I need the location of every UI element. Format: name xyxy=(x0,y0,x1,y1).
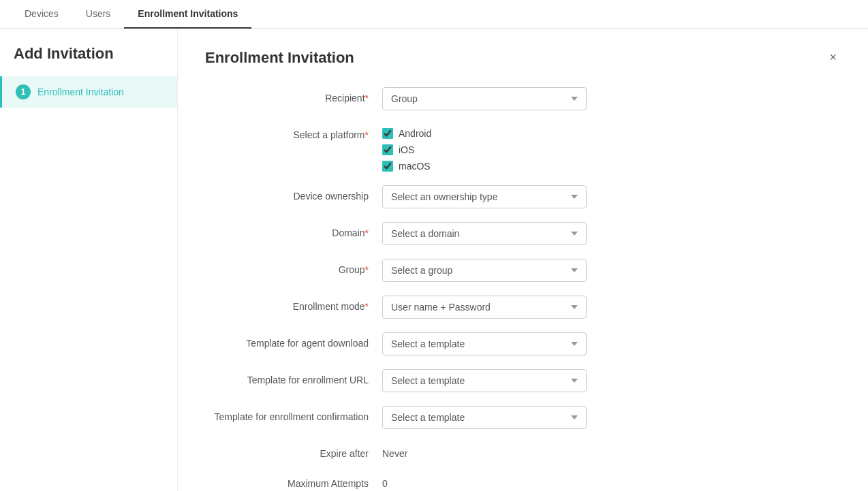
macos-label: macOS xyxy=(399,161,431,172)
ios-label: iOS xyxy=(399,144,414,155)
tab-users[interactable]: Users xyxy=(72,0,125,29)
template-confirmation-control: Select a template xyxy=(382,406,587,429)
template-agent-select[interactable]: Select a template xyxy=(382,332,587,355)
recipient-required: * xyxy=(365,93,369,104)
sidebar: Add Invitation 1 Enrollment Invitation xyxy=(0,29,178,491)
enrollment-mode-control: User name + Password Certificate xyxy=(382,296,587,319)
android-label: Android xyxy=(399,128,431,139)
domain-row: Domain* Select a domain xyxy=(205,222,841,245)
page-title: Enrollment Invitation xyxy=(205,49,354,67)
device-ownership-row: Device ownership Select an ownership typ… xyxy=(205,185,841,208)
platform-checkboxes: Android iOS macOS xyxy=(382,124,587,172)
platform-control: Android iOS macOS xyxy=(382,124,587,172)
macos-checkbox-item[interactable]: macOS xyxy=(382,161,587,172)
device-ownership-label: Device ownership xyxy=(205,185,382,202)
group-select[interactable]: Select a group xyxy=(382,259,587,282)
template-agent-row: Template for agent download Select a tem… xyxy=(205,332,841,355)
android-checkbox[interactable] xyxy=(382,128,393,139)
template-agent-label: Template for agent download xyxy=(205,332,382,349)
group-required: * xyxy=(365,264,369,275)
android-checkbox-item[interactable]: Android xyxy=(382,128,587,139)
enrollment-mode-row: Enrollment mode* User name + Password Ce… xyxy=(205,296,841,319)
template-confirmation-row: Template for enrollment confirmation Sel… xyxy=(205,406,841,429)
template-url-select[interactable]: Select a template xyxy=(382,369,587,392)
maximum-attempts-control: 0 xyxy=(382,473,587,489)
expire-after-control: Never xyxy=(382,443,587,459)
content-header: Enrollment Invitation × xyxy=(205,49,841,67)
enrollment-mode-required: * xyxy=(365,301,369,312)
tab-devices[interactable]: Devices xyxy=(11,0,72,29)
top-navigation: Devices Users Enrollment Invitations xyxy=(0,0,868,29)
template-url-control: Select a template xyxy=(382,369,587,392)
recipient-label: Recipient* xyxy=(205,87,382,104)
expire-after-value: Never xyxy=(382,443,587,459)
platform-label: Select a platform* xyxy=(205,124,382,140)
maximum-attempts-value: 0 xyxy=(382,473,587,489)
expire-after-label: Expire after xyxy=(205,443,382,459)
group-row: Group* Select a group xyxy=(205,259,841,282)
tab-enrollment-invitations[interactable]: Enrollment Invitations xyxy=(124,0,251,29)
device-ownership-select[interactable]: Select an ownership type Corporate Perso… xyxy=(382,185,587,208)
domain-required: * xyxy=(365,227,369,238)
domain-label: Domain* xyxy=(205,222,382,238)
template-url-row: Template for enrollment URL Select a tem… xyxy=(205,369,841,392)
ios-checkbox-item[interactable]: iOS xyxy=(382,144,587,155)
group-control: Select a group xyxy=(382,259,587,282)
template-url-label: Template for enrollment URL xyxy=(205,369,382,385)
recipient-row: Recipient* Group User xyxy=(205,87,841,110)
template-confirmation-select[interactable]: Select a template xyxy=(382,406,587,429)
sidebar-item-label: Enrollment Invitation xyxy=(37,86,124,97)
platform-required: * xyxy=(365,129,369,140)
sidebar-title: Add Invitation xyxy=(0,29,177,76)
main-layout: Add Invitation 1 Enrollment Invitation E… xyxy=(0,29,868,491)
group-label: Group* xyxy=(205,259,382,275)
content-area: Enrollment Invitation × Recipient* Group… xyxy=(178,29,868,491)
template-confirmation-label: Template for enrollment confirmation xyxy=(205,406,382,422)
domain-control: Select a domain xyxy=(382,222,587,245)
sidebar-item-enrollment-invitation[interactable]: 1 Enrollment Invitation xyxy=(0,76,177,108)
macos-checkbox[interactable] xyxy=(382,161,393,172)
step-number: 1 xyxy=(16,84,31,99)
device-ownership-control: Select an ownership type Corporate Perso… xyxy=(382,185,587,208)
ios-checkbox[interactable] xyxy=(382,144,393,155)
enrollment-mode-label: Enrollment mode* xyxy=(205,296,382,312)
maximum-attempts-row: Maximum Attempts 0 xyxy=(205,473,841,489)
platform-row: Select a platform* Android iOS macOS xyxy=(205,124,841,172)
domain-select[interactable]: Select a domain xyxy=(382,222,587,245)
enrollment-mode-select[interactable]: User name + Password Certificate xyxy=(382,296,587,319)
expire-after-row: Expire after Never xyxy=(205,443,841,459)
recipient-select[interactable]: Group User xyxy=(382,87,587,110)
close-button[interactable]: × xyxy=(825,49,841,66)
maximum-attempts-label: Maximum Attempts xyxy=(205,473,382,489)
template-agent-control: Select a template xyxy=(382,332,587,355)
recipient-control: Group User xyxy=(382,87,587,110)
